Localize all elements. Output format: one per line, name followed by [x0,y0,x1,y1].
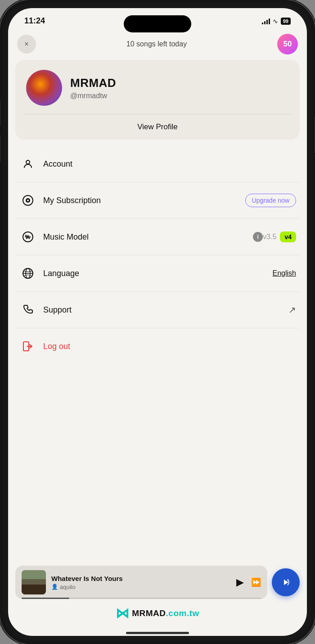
status-time: 11:24 [24,16,45,26]
points-badge[interactable]: 50 [277,34,298,54]
person-icon [19,155,37,173]
svg-point-0 [26,160,30,164]
menu-item-account[interactable]: Account [15,146,300,182]
language-label: Language [43,269,273,278]
mini-controls: ▶ ⏩ [236,576,261,588]
fast-forward-button[interactable]: ⏩ [251,577,261,587]
globe-icon [19,264,37,282]
version-new[interactable]: v4 [280,231,296,242]
profile-info: MRMAD @mrmadtw [15,60,300,114]
menu-item-music-model[interactable]: Music Model i v3.5 v4 [15,219,300,255]
artist-person-icon: 👤 [51,584,58,590]
music-model-label: Music Model [43,232,250,242]
wifi-icon: ∿ [273,18,278,25]
dynamic-island [124,15,191,32]
bottom-bar: ⋈ MRMAD.com.tw [8,603,307,628]
music-model-label-row: Music Model i [43,232,263,242]
profile-details: MRMAD @mrmadtw [70,76,116,100]
logo-symbol-icon: ⋈ [116,605,128,621]
mini-player[interactable]: Whatever Is Not Yours 👤 aquilo ▶ ⏩ [15,566,267,599]
profile-card: MRMAD @mrmadtw View Profile [15,60,300,140]
songs-left-text: 10 songs left today [126,40,187,48]
external-link-icon: ↗ [288,304,296,315]
close-button[interactable]: × [17,35,36,54]
svg-rect-20 [22,579,46,585]
account-label: Account [43,159,296,169]
profile-name: MRMAD [70,76,116,90]
version-old: v3.5 [263,233,276,241]
home-indicator [126,632,189,634]
top-bar: × 10 songs left today 50 [8,30,307,60]
menu-list: Account My Subscription Upgrade now [8,142,307,566]
mini-album-art [22,570,46,594]
status-icons: ∿ 99 [262,18,291,25]
svg-point-22 [288,580,289,581]
play-button[interactable]: ▶ [236,576,244,588]
bottom-logo: ⋈ MRMAD.com.tw [19,605,296,621]
menu-item-support[interactable]: Support ↗ [15,292,300,328]
view-profile-button[interactable]: View Profile [15,114,300,140]
profile-handle: @mrmadtw [70,92,116,100]
menu-item-logout[interactable]: Log out [15,328,300,364]
mini-title: Whatever Is Not Yours [51,575,231,582]
info-icon[interactable]: i [253,232,263,242]
mini-info: Whatever Is Not Yours 👤 aquilo [51,575,231,590]
subscription-label: My Subscription [43,196,245,205]
logout-icon [19,337,37,355]
menu-item-subscription[interactable]: My Subscription Upgrade now [15,182,300,219]
waveform-icon [19,228,37,246]
logout-label: Log out [43,342,296,351]
phone-icon [19,301,37,319]
svg-point-3 [27,200,29,201]
svg-rect-19 [22,585,46,594]
mini-artist: 👤 aquilo [51,584,231,590]
menu-item-language[interactable]: Language English [15,255,300,292]
logo-text: MRMAD.com.tw [132,608,199,618]
version-group: v3.5 v4 [263,231,296,242]
fab-music-button[interactable] [272,568,300,596]
battery-icon: 99 [281,18,291,25]
mini-progress-fill [22,598,69,599]
mini-progress-bar [22,598,261,599]
signal-icon [262,18,270,24]
support-label: Support [43,305,288,315]
music-note-circle-icon [19,191,37,209]
avatar [26,70,62,106]
language-value: English [273,269,296,277]
mini-player-row: Whatever Is Not Yours 👤 aquilo ▶ ⏩ [8,566,307,603]
upgrade-now-button[interactable]: Upgrade now [245,194,296,207]
